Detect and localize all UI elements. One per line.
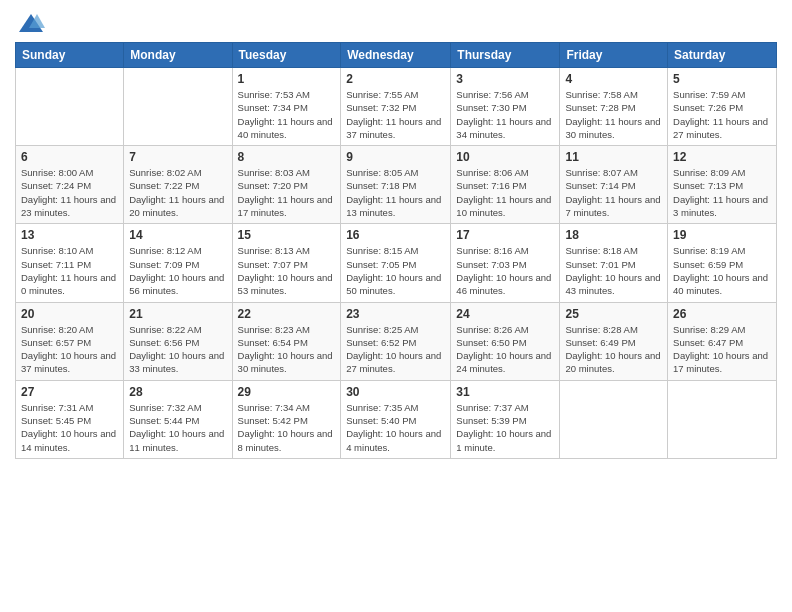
calendar-week-row: 1Sunrise: 7:53 AM Sunset: 7:34 PM Daylig… — [16, 68, 777, 146]
day-detail: Sunrise: 8:00 AM Sunset: 7:24 PM Dayligh… — [21, 166, 118, 219]
calendar-cell: 14Sunrise: 8:12 AM Sunset: 7:09 PM Dayli… — [124, 224, 232, 302]
day-number: 30 — [346, 385, 445, 399]
day-number: 9 — [346, 150, 445, 164]
day-number: 22 — [238, 307, 336, 321]
day-of-week-header: Sunday — [16, 43, 124, 68]
calendar-cell: 11Sunrise: 8:07 AM Sunset: 7:14 PM Dayli… — [560, 146, 668, 224]
day-number: 28 — [129, 385, 226, 399]
calendar-cell: 27Sunrise: 7:31 AM Sunset: 5:45 PM Dayli… — [16, 380, 124, 458]
day-number: 29 — [238, 385, 336, 399]
day-detail: Sunrise: 8:19 AM Sunset: 6:59 PM Dayligh… — [673, 244, 771, 297]
day-number: 10 — [456, 150, 554, 164]
calendar-cell: 13Sunrise: 8:10 AM Sunset: 7:11 PM Dayli… — [16, 224, 124, 302]
day-number: 5 — [673, 72, 771, 86]
day-detail: Sunrise: 8:18 AM Sunset: 7:01 PM Dayligh… — [565, 244, 662, 297]
day-detail: Sunrise: 7:53 AM Sunset: 7:34 PM Dayligh… — [238, 88, 336, 141]
calendar-cell — [560, 380, 668, 458]
calendar-cell: 23Sunrise: 8:25 AM Sunset: 6:52 PM Dayli… — [341, 302, 451, 380]
day-detail: Sunrise: 7:59 AM Sunset: 7:26 PM Dayligh… — [673, 88, 771, 141]
day-number: 6 — [21, 150, 118, 164]
calendar-header-row: SundayMondayTuesdayWednesdayThursdayFrid… — [16, 43, 777, 68]
calendar: SundayMondayTuesdayWednesdayThursdayFrid… — [15, 42, 777, 459]
calendar-cell: 31Sunrise: 7:37 AM Sunset: 5:39 PM Dayli… — [451, 380, 560, 458]
calendar-cell: 12Sunrise: 8:09 AM Sunset: 7:13 PM Dayli… — [668, 146, 777, 224]
calendar-cell: 2Sunrise: 7:55 AM Sunset: 7:32 PM Daylig… — [341, 68, 451, 146]
day-of-week-header: Wednesday — [341, 43, 451, 68]
day-detail: Sunrise: 7:31 AM Sunset: 5:45 PM Dayligh… — [21, 401, 118, 454]
day-detail: Sunrise: 8:06 AM Sunset: 7:16 PM Dayligh… — [456, 166, 554, 219]
day-of-week-header: Saturday — [668, 43, 777, 68]
day-detail: Sunrise: 7:35 AM Sunset: 5:40 PM Dayligh… — [346, 401, 445, 454]
day-number: 19 — [673, 228, 771, 242]
calendar-cell: 5Sunrise: 7:59 AM Sunset: 7:26 PM Daylig… — [668, 68, 777, 146]
day-detail: Sunrise: 8:07 AM Sunset: 7:14 PM Dayligh… — [565, 166, 662, 219]
day-number: 8 — [238, 150, 336, 164]
calendar-cell: 4Sunrise: 7:58 AM Sunset: 7:28 PM Daylig… — [560, 68, 668, 146]
day-detail: Sunrise: 8:29 AM Sunset: 6:47 PM Dayligh… — [673, 323, 771, 376]
calendar-week-row: 13Sunrise: 8:10 AM Sunset: 7:11 PM Dayli… — [16, 224, 777, 302]
day-number: 14 — [129, 228, 226, 242]
logo — [15, 10, 45, 34]
day-detail: Sunrise: 7:34 AM Sunset: 5:42 PM Dayligh… — [238, 401, 336, 454]
calendar-week-row: 27Sunrise: 7:31 AM Sunset: 5:45 PM Dayli… — [16, 380, 777, 458]
calendar-cell: 16Sunrise: 8:15 AM Sunset: 7:05 PM Dayli… — [341, 224, 451, 302]
day-number: 26 — [673, 307, 771, 321]
page: SundayMondayTuesdayWednesdayThursdayFrid… — [0, 0, 792, 612]
day-detail: Sunrise: 7:58 AM Sunset: 7:28 PM Dayligh… — [565, 88, 662, 141]
day-number: 1 — [238, 72, 336, 86]
calendar-cell: 29Sunrise: 7:34 AM Sunset: 5:42 PM Dayli… — [232, 380, 341, 458]
day-number: 17 — [456, 228, 554, 242]
day-number: 13 — [21, 228, 118, 242]
day-number: 12 — [673, 150, 771, 164]
day-detail: Sunrise: 8:10 AM Sunset: 7:11 PM Dayligh… — [21, 244, 118, 297]
calendar-cell: 21Sunrise: 8:22 AM Sunset: 6:56 PM Dayli… — [124, 302, 232, 380]
calendar-cell: 20Sunrise: 8:20 AM Sunset: 6:57 PM Dayli… — [16, 302, 124, 380]
day-detail: Sunrise: 7:55 AM Sunset: 7:32 PM Dayligh… — [346, 88, 445, 141]
day-of-week-header: Friday — [560, 43, 668, 68]
day-number: 4 — [565, 72, 662, 86]
day-number: 20 — [21, 307, 118, 321]
calendar-cell: 7Sunrise: 8:02 AM Sunset: 7:22 PM Daylig… — [124, 146, 232, 224]
day-number: 24 — [456, 307, 554, 321]
day-detail: Sunrise: 8:20 AM Sunset: 6:57 PM Dayligh… — [21, 323, 118, 376]
day-detail: Sunrise: 8:05 AM Sunset: 7:18 PM Dayligh… — [346, 166, 445, 219]
logo-icon — [17, 10, 45, 38]
day-detail: Sunrise: 8:03 AM Sunset: 7:20 PM Dayligh… — [238, 166, 336, 219]
day-detail: Sunrise: 7:37 AM Sunset: 5:39 PM Dayligh… — [456, 401, 554, 454]
calendar-cell: 9Sunrise: 8:05 AM Sunset: 7:18 PM Daylig… — [341, 146, 451, 224]
day-detail: Sunrise: 8:26 AM Sunset: 6:50 PM Dayligh… — [456, 323, 554, 376]
calendar-cell — [668, 380, 777, 458]
calendar-cell: 19Sunrise: 8:19 AM Sunset: 6:59 PM Dayli… — [668, 224, 777, 302]
day-number: 3 — [456, 72, 554, 86]
day-detail: Sunrise: 8:13 AM Sunset: 7:07 PM Dayligh… — [238, 244, 336, 297]
calendar-week-row: 6Sunrise: 8:00 AM Sunset: 7:24 PM Daylig… — [16, 146, 777, 224]
calendar-cell: 6Sunrise: 8:00 AM Sunset: 7:24 PM Daylig… — [16, 146, 124, 224]
day-detail: Sunrise: 8:28 AM Sunset: 6:49 PM Dayligh… — [565, 323, 662, 376]
day-number: 2 — [346, 72, 445, 86]
day-of-week-header: Monday — [124, 43, 232, 68]
day-number: 27 — [21, 385, 118, 399]
calendar-cell: 22Sunrise: 8:23 AM Sunset: 6:54 PM Dayli… — [232, 302, 341, 380]
calendar-cell: 18Sunrise: 8:18 AM Sunset: 7:01 PM Dayli… — [560, 224, 668, 302]
calendar-cell — [124, 68, 232, 146]
day-number: 23 — [346, 307, 445, 321]
calendar-cell: 28Sunrise: 7:32 AM Sunset: 5:44 PM Dayli… — [124, 380, 232, 458]
day-detail: Sunrise: 7:56 AM Sunset: 7:30 PM Dayligh… — [456, 88, 554, 141]
day-number: 15 — [238, 228, 336, 242]
day-number: 21 — [129, 307, 226, 321]
day-detail: Sunrise: 7:32 AM Sunset: 5:44 PM Dayligh… — [129, 401, 226, 454]
calendar-cell: 24Sunrise: 8:26 AM Sunset: 6:50 PM Dayli… — [451, 302, 560, 380]
calendar-cell: 25Sunrise: 8:28 AM Sunset: 6:49 PM Dayli… — [560, 302, 668, 380]
calendar-cell — [16, 68, 124, 146]
day-number: 31 — [456, 385, 554, 399]
header — [15, 10, 777, 34]
day-number: 18 — [565, 228, 662, 242]
calendar-week-row: 20Sunrise: 8:20 AM Sunset: 6:57 PM Dayli… — [16, 302, 777, 380]
day-of-week-header: Thursday — [451, 43, 560, 68]
day-detail: Sunrise: 8:02 AM Sunset: 7:22 PM Dayligh… — [129, 166, 226, 219]
calendar-cell: 8Sunrise: 8:03 AM Sunset: 7:20 PM Daylig… — [232, 146, 341, 224]
calendar-cell: 10Sunrise: 8:06 AM Sunset: 7:16 PM Dayli… — [451, 146, 560, 224]
calendar-cell: 15Sunrise: 8:13 AM Sunset: 7:07 PM Dayli… — [232, 224, 341, 302]
day-detail: Sunrise: 8:25 AM Sunset: 6:52 PM Dayligh… — [346, 323, 445, 376]
day-detail: Sunrise: 8:09 AM Sunset: 7:13 PM Dayligh… — [673, 166, 771, 219]
